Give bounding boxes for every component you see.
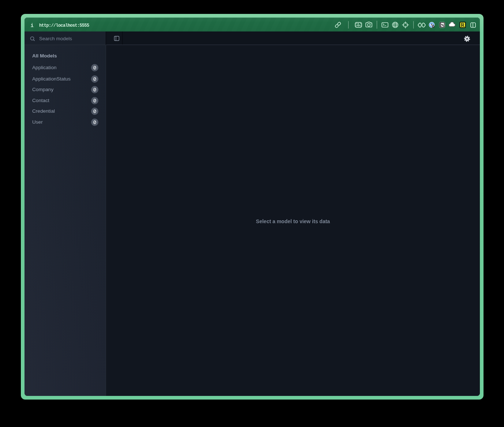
svg-text:R: R	[461, 22, 465, 28]
svg-text:N: N	[441, 23, 444, 28]
